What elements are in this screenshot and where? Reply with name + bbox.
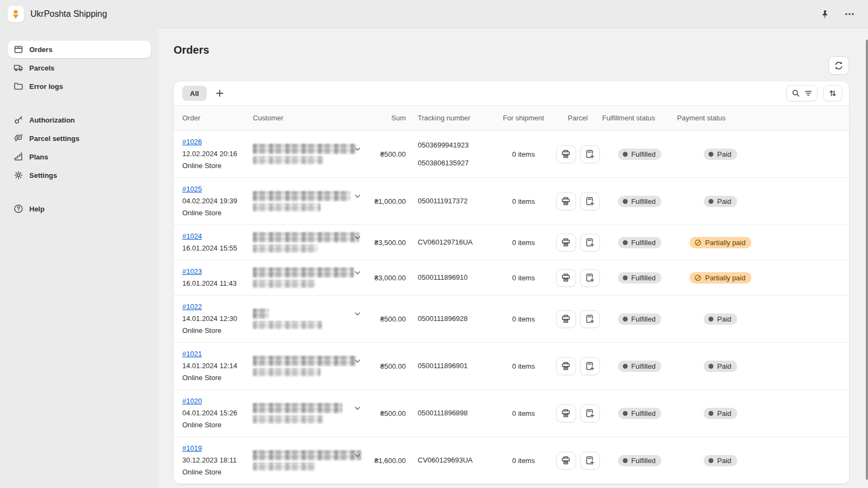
table-row[interactable]: #1021 14.01.2024 12:14 Online Store ₴500… [174,343,849,390]
sort-button[interactable] [823,85,843,101]
payment-status-cell: Paid [677,149,764,160]
order-link[interactable]: #1019 [182,444,202,452]
print-label-button[interactable] [556,145,576,163]
customer-cell [253,266,368,290]
print-label-button[interactable] [556,192,576,210]
chevron-down-icon[interactable] [354,357,361,365]
table-row[interactable]: #1019 30.12.2023 18:11 Online Store ₴1,6… [174,437,849,484]
add-parcel-button[interactable] [580,269,600,287]
table-body: #1026 12.02.2024 20:16 Online Store ₴500… [174,131,849,484]
order-link[interactable]: #1021 [182,350,202,358]
app-logo-icon [8,6,24,22]
customer-cell [253,442,368,478]
shipment-count: 0 items [494,457,553,465]
customer-cell [253,301,368,337]
order-link[interactable]: #1022 [182,303,202,311]
order-channel: Online Store [182,372,253,384]
payment-status-cell: Partially paid [677,272,764,284]
shipment-count: 0 items [494,274,553,282]
table-row[interactable]: #1020 04.01.2024 15:26 Online Store ₴500… [174,390,849,437]
order-cell: #1023 16.01.2024 11:43 [182,266,253,290]
sidebar-item-label: Settings [29,171,57,179]
table-row[interactable]: #1025 04.02.2024 19:39 Online Store ₴1,0… [174,178,849,225]
pin-icon[interactable] [820,9,830,19]
add-parcel-icon [585,237,595,247]
order-sum: ₴1,000.00 [368,197,408,206]
sidebar-item-parcels[interactable]: Parcels [8,59,151,76]
chevron-down-icon[interactable] [354,145,361,153]
search-filter-button[interactable] [786,85,818,101]
fulfillment-status-badge: Fulfilled [618,408,662,419]
chevron-down-icon[interactable] [354,310,361,318]
order-cell: #1025 04.02.2024 19:39 Online Store [182,183,253,219]
add-parcel-button[interactable] [580,357,600,375]
table-row[interactable]: #1022 14.01.2024 12:30 Online Store ₴500… [174,296,849,343]
col-header-parcel: Parcel [553,114,602,122]
table-row[interactable]: #1026 12.02.2024 20:16 Online Store ₴500… [174,131,849,178]
order-link[interactable]: #1023 [182,267,202,275]
sidebar-item-parcel-settings[interactable]: Parcel settings [8,130,151,147]
overflow-menu-icon[interactable] [844,9,855,20]
order-link[interactable]: #1020 [182,397,202,405]
chevron-down-icon[interactable] [354,269,361,277]
add-parcel-button[interactable] [580,145,600,163]
sidebar-item-plans[interactable]: Plans [8,148,151,165]
add-parcel-icon [585,408,595,418]
tracking-number: 0500111896901 [418,360,494,372]
payment-status-badge: Paid [704,408,737,419]
order-link[interactable]: #1026 [182,138,202,146]
orders-icon [13,44,24,55]
tracking-number: 0503699941923 [418,139,494,151]
print-label-button[interactable] [556,234,576,252]
print-label-button[interactable] [556,310,576,328]
parcel-cell [553,269,602,287]
brand: UkrPoshta Shipping [8,6,107,22]
add-parcel-button[interactable] [580,404,600,422]
sidebar-item-authorization[interactable]: Authorization [8,111,151,129]
order-channel: Online Store [182,419,253,431]
chevron-down-icon[interactable] [354,452,361,459]
order-cell: #1024 16.01.2024 15:55 [182,230,253,254]
order-link[interactable]: #1025 [182,185,202,193]
tab-all[interactable]: All [182,86,207,101]
folder-icon [13,81,24,92]
tracking-number: 0500111896928 [418,313,494,325]
fulfillment-status-badge: Fulfilled [618,313,662,325]
sidebar-item-settings[interactable]: Settings [8,166,151,184]
customer-name-redacted [253,450,361,460]
customer-cell [253,136,368,172]
chevron-down-icon[interactable] [354,234,361,241]
sidebar-section-help: Help [8,200,151,217]
order-date: 16.01.2024 11:43 [182,278,253,290]
table-row[interactable]: #1023 16.01.2024 11:43 ₴3,000.00 0500111… [174,260,849,296]
table-row[interactable]: #1024 16.01.2024 15:55 ₴3,500.00 CV06012… [174,225,849,260]
sidebar-item-orders[interactable]: Orders [8,41,151,58]
order-sum: ₴1,600.00 [368,457,408,465]
customer-name-redacted [253,309,269,319]
sidebar-item-error-logs[interactable]: Error logs [8,78,151,95]
print-label-button[interactable] [556,269,576,287]
add-parcel-button[interactable] [580,234,600,252]
add-parcel-button[interactable] [580,310,600,328]
chevron-down-icon[interactable] [354,404,361,412]
print-label-button[interactable] [556,357,576,375]
add-parcel-button[interactable] [580,452,600,470]
sidebar-item-help[interactable]: Help [8,200,151,217]
customer-phone-redacted [253,415,323,423]
chevron-down-icon[interactable] [354,192,361,200]
vertical-scrollbar[interactable] [866,40,868,480]
tracking-cell: CV060129693UA [408,454,494,466]
parcel-cell [553,310,602,328]
add-view-button[interactable] [212,86,227,101]
print-label-button[interactable] [556,404,576,422]
sidebar-item-label: Plans [29,153,48,161]
sidebar: Orders Parcels Error logs [0,29,158,488]
refresh-button[interactable] [828,56,849,75]
order-link[interactable]: #1024 [182,232,202,240]
print-label-button[interactable] [556,452,576,470]
tracking-number: 0500111896898 [418,407,494,419]
fulfillment-status-cell: Fulfilled [602,313,677,325]
status-dot-icon [623,275,628,280]
printer-icon [561,408,571,418]
add-parcel-button[interactable] [580,192,600,210]
